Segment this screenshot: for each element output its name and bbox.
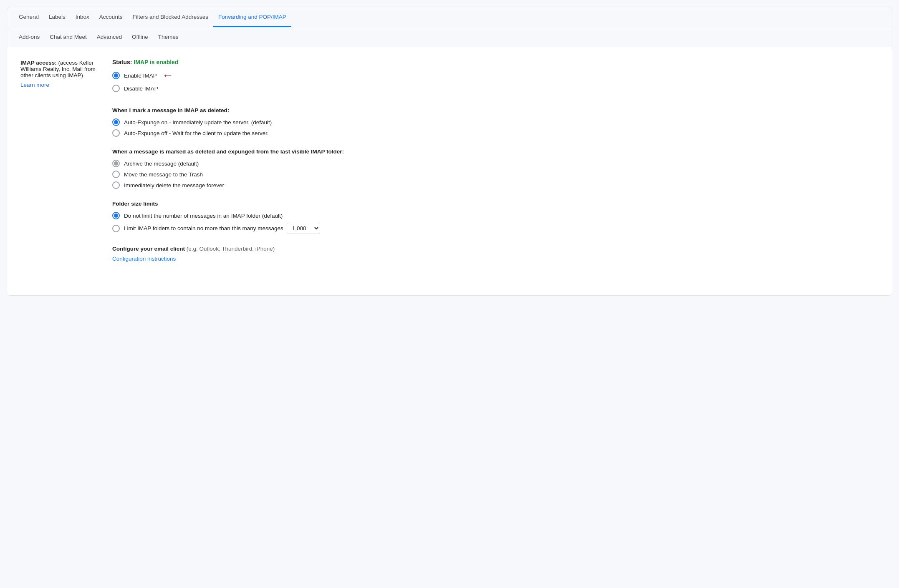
auto-expunge-on-radio[interactable] [112, 118, 120, 126]
expunge-behavior-block: When a message is marked as deleted and … [112, 148, 879, 189]
email-client-paren: (e.g. Outlook, Thunderbird, iPhone) [187, 246, 275, 252]
archive-label: Archive the message (default) [124, 161, 199, 167]
expunge-behavior-heading: When a message is marked as deleted and … [112, 148, 879, 155]
tab-advanced[interactable]: Advanced [92, 27, 127, 47]
auto-expunge-off-option[interactable]: Auto-Expunge off - Wait for the client t… [112, 129, 879, 137]
tab-filters[interactable]: Filters and Blocked Addresses [127, 7, 213, 27]
disable-imap-radio[interactable] [112, 85, 120, 92]
archive-radio[interactable] [112, 160, 120, 167]
enable-imap-option[interactable]: Enable IMAP ← [112, 70, 879, 81]
delete-behavior-label-spacer [20, 106, 112, 274]
no-limit-label: Do not limit the number of messages in a… [124, 213, 283, 219]
tab-themes[interactable]: Themes [153, 27, 184, 47]
imap-label-title: IMAP access: [20, 60, 57, 66]
enable-imap-radio[interactable] [112, 72, 120, 79]
enable-imap-label: Enable IMAP [124, 73, 157, 79]
trash-label: Move the message to the Trash [124, 171, 203, 178]
delete-forever-radio[interactable] [112, 181, 120, 189]
auto-expunge-on-option[interactable]: Auto-Expunge on - Immediately update the… [112, 118, 879, 126]
content-area: IMAP access: (access Keller Williams Rea… [7, 47, 892, 295]
tab-labels[interactable]: Labels [44, 7, 71, 27]
imap-section: IMAP access: (access Keller Williams Rea… [20, 59, 879, 95]
delete-behavior-section: When I mark a message in IMAP as deleted… [20, 106, 879, 274]
red-arrow-icon: ← [162, 70, 174, 81]
tab-forwarding[interactable]: Forwarding and POP/IMAP [213, 7, 291, 27]
imap-status: Status: IMAP is enabled [112, 59, 879, 65]
auto-expunge-off-label: Auto-Expunge off - Wait for the client t… [124, 130, 269, 136]
tab-addons[interactable]: Add-ons [14, 27, 45, 47]
delete-forever-option[interactable]: Immediately delete the message forever [112, 181, 879, 189]
tab-offline[interactable]: Offline [127, 27, 153, 47]
limit-select[interactable]: 1,000 2,000 5,000 10,000 20,000 50,000 2… [287, 223, 320, 234]
status-prefix: Status: [112, 59, 134, 65]
email-client-note: Configure your email client (e.g. Outloo… [112, 246, 879, 252]
auto-expunge-off-radio[interactable] [112, 129, 120, 137]
limit-radio[interactable] [112, 225, 120, 232]
delete-forever-label: Immediately delete the message forever [124, 182, 224, 188]
config-instructions-link[interactable]: Configuration instructions [112, 256, 176, 262]
imap-label: IMAP access: (access Keller Williams Rea… [20, 59, 112, 95]
tab-inbox[interactable]: Inbox [71, 7, 94, 27]
archive-option[interactable]: Archive the message (default) [112, 160, 879, 167]
tab-accounts[interactable]: Accounts [94, 7, 128, 27]
limit-label: Limit IMAP folders to contain no more th… [124, 225, 283, 231]
status-value: IMAP is enabled [134, 59, 178, 65]
folder-size-block: Folder size limits Do not limit the numb… [112, 201, 879, 234]
learn-more-link[interactable]: Learn more [20, 82, 104, 88]
no-limit-option[interactable]: Do not limit the number of messages in a… [112, 212, 879, 219]
delete-behavior-content: When I mark a message in IMAP as deleted… [112, 106, 879, 274]
limit-option[interactable]: Limit IMAP folders to contain no more th… [112, 223, 879, 234]
nav-row-2: Add-ons Chat and Meet Advanced Offline T… [7, 27, 892, 47]
tab-general[interactable]: General [14, 7, 44, 27]
delete-behavior-block: When I mark a message in IMAP as deleted… [112, 107, 879, 137]
no-limit-radio[interactable] [112, 212, 120, 219]
trash-option[interactable]: Move the message to the Trash [112, 171, 879, 178]
auto-expunge-on-label: Auto-Expunge on - Immediately update the… [124, 119, 272, 126]
imap-content: Status: IMAP is enabled Enable IMAP ← Di… [112, 59, 879, 95]
tab-chat[interactable]: Chat and Meet [45, 27, 92, 47]
disable-imap-option[interactable]: Disable IMAP [112, 85, 879, 92]
trash-radio[interactable] [112, 171, 120, 178]
delete-behavior-heading: When I mark a message in IMAP as deleted… [112, 107, 879, 113]
email-client-heading: Configure your email client [112, 246, 185, 252]
disable-imap-label: Disable IMAP [124, 85, 158, 92]
folder-size-heading: Folder size limits [112, 201, 879, 207]
nav-row-1: General Labels Inbox Accounts Filters an… [7, 7, 892, 27]
email-client-block: Configure your email client (e.g. Outloo… [112, 246, 879, 262]
